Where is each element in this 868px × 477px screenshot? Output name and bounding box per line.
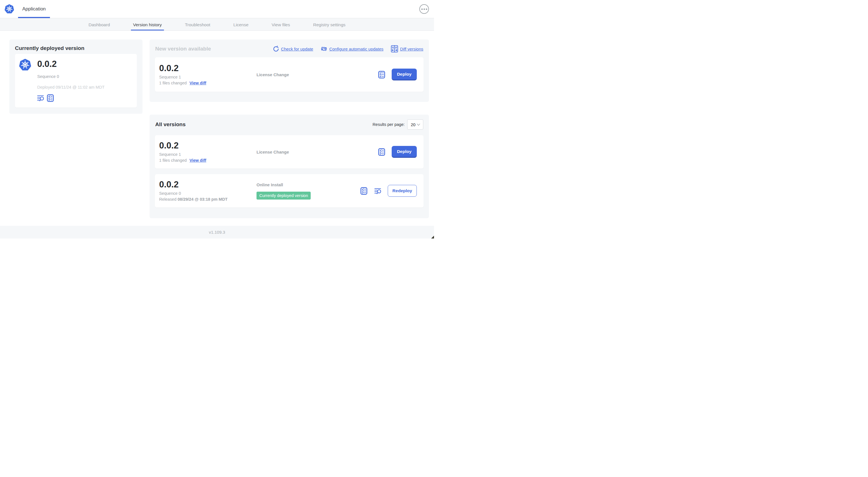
auto-update-clock-icon bbox=[320, 46, 327, 52]
currently-deployed-title: Currently deployed version bbox=[15, 45, 137, 51]
app-tab[interactable]: Application bbox=[18, 0, 50, 18]
new-version-row: 0.0.2 Sequence 1 1 files changed View di… bbox=[155, 57, 424, 92]
diff-versions-link[interactable]: Diff versions bbox=[391, 45, 423, 53]
deploy-button[interactable]: Deploy bbox=[392, 146, 417, 158]
files-changed-label: 1 files changed bbox=[159, 81, 187, 85]
overflow-menu-button[interactable] bbox=[419, 4, 429, 14]
view-logs-icon[interactable] bbox=[37, 94, 44, 102]
diff-icon bbox=[391, 45, 398, 53]
deploy-button[interactable]: Deploy bbox=[392, 68, 417, 81]
files-changed-label: 1 files changed bbox=[159, 158, 187, 162]
redeploy-button[interactable]: Redeploy bbox=[388, 185, 417, 197]
tab-troubleshoot[interactable]: Troubleshoot bbox=[183, 19, 213, 30]
row-sequence: Sequence 1 bbox=[159, 152, 256, 157]
tab-registry-settings[interactable]: Registry settings bbox=[311, 19, 348, 30]
configure-automatic-updates-link[interactable]: Configure automatic updates bbox=[320, 46, 383, 52]
current-sequence: Sequence 0 bbox=[37, 74, 59, 79]
tab-license[interactable]: License bbox=[231, 19, 251, 30]
kubernetes-app-icon bbox=[19, 58, 32, 71]
ellipsis-icon bbox=[421, 8, 423, 10]
app-subnav: Dashboard Version history Troubleshoot L… bbox=[0, 19, 434, 31]
tab-view-files[interactable]: View files bbox=[270, 19, 292, 30]
row-source-label: Online Install bbox=[256, 182, 283, 187]
all-versions-title: All versions bbox=[155, 121, 186, 127]
preflight-checklist-icon[interactable] bbox=[378, 148, 385, 156]
kubernetes-logo-icon bbox=[4, 4, 14, 14]
row-sequence: Sequence 1 bbox=[159, 75, 256, 79]
all-versions-panel: All versions Results per page: 20 0.0.2 … bbox=[150, 115, 429, 218]
preflight-checklist-icon[interactable] bbox=[46, 94, 54, 102]
tab-version-history[interactable]: Version history bbox=[131, 19, 164, 30]
results-per-page-label: Results per page: bbox=[372, 122, 405, 127]
refresh-icon bbox=[273, 46, 279, 52]
app-footer: v1.109.3 bbox=[0, 226, 434, 239]
new-version-panel: New version available Check for update C… bbox=[150, 39, 429, 102]
currently-deployed-panel: Currently deployed version 0.0.2 Sequenc… bbox=[9, 39, 143, 114]
row-version-number: 0.0.2 bbox=[159, 141, 256, 150]
view-diff-link[interactable]: View diff bbox=[190, 158, 206, 162]
console-version: v1.109.3 bbox=[209, 230, 225, 235]
results-per-page-value: 20 bbox=[411, 122, 416, 127]
current-version-number: 0.0.2 bbox=[37, 59, 57, 69]
row-version-number: 0.0.2 bbox=[159, 180, 256, 189]
currently-deployed-card: 0.0.2 Sequence 0 Deployed 09/11/24 @ 11:… bbox=[15, 54, 137, 108]
results-per-page-select[interactable]: 20 bbox=[407, 119, 423, 129]
preflight-checklist-icon[interactable] bbox=[360, 187, 368, 195]
version-row-sequence-0: 0.0.2 Sequence 0 Released 08/29/24 @ 03:… bbox=[155, 174, 424, 207]
app-tab-active-underline bbox=[18, 17, 50, 18]
preflight-checklist-icon[interactable] bbox=[378, 71, 385, 79]
app-tab-label: Application bbox=[22, 6, 46, 11]
new-version-heading: New version available bbox=[155, 46, 211, 52]
row-released-timestamp: Released 08/29/24 @ 03:18 pm MDT bbox=[159, 197, 256, 202]
current-deployed-timestamp: Deployed 09/11/24 @ 11:02 am MDT bbox=[37, 85, 104, 89]
top-header: Application bbox=[0, 0, 434, 18]
tab-dashboard[interactable]: Dashboard bbox=[86, 19, 112, 30]
check-for-update-link[interactable]: Check for update bbox=[273, 46, 313, 52]
row-source-label: License Change bbox=[256, 72, 289, 77]
chevron-down-icon bbox=[417, 122, 420, 125]
version-row-sequence-1: 0.0.2 Sequence 1 1 files changed View di… bbox=[155, 135, 424, 169]
row-version-number: 0.0.2 bbox=[159, 64, 256, 73]
currently-deployed-badge: Currently deployed version bbox=[256, 192, 311, 200]
row-sequence: Sequence 0 bbox=[159, 191, 256, 196]
view-diff-link[interactable]: View diff bbox=[190, 81, 206, 85]
row-source-label: License Change bbox=[256, 150, 289, 154]
view-logs-icon[interactable] bbox=[374, 187, 381, 195]
